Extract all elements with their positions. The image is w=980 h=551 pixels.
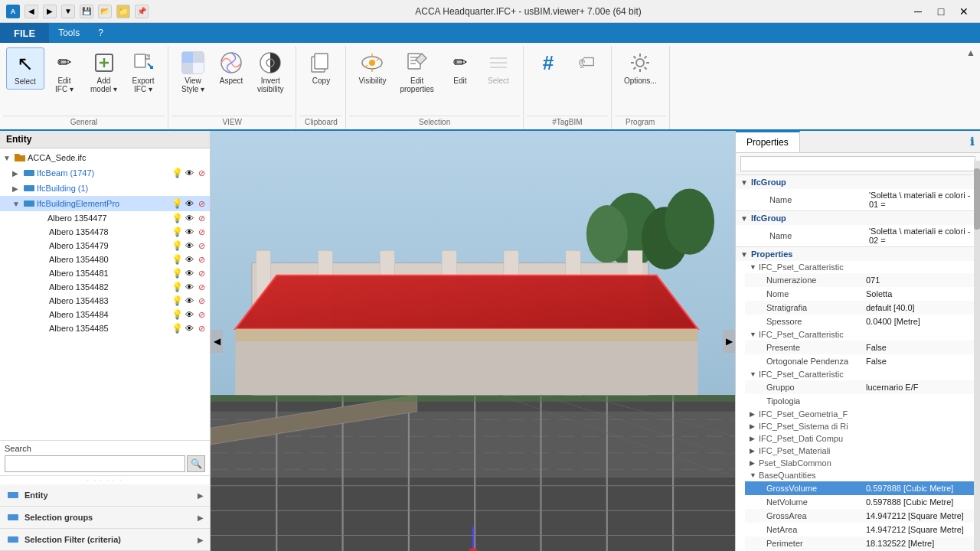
section-selection-groups[interactable]: Selection groups ▶: [0, 507, 210, 529]
tree-albero-1354485[interactable]: Albero 1354485 💡👁⊘: [0, 321, 210, 335]
nav-forward-btn[interactable]: ▶: [43, 5, 57, 18]
ribbon-tag-btn[interactable]: #: [530, 47, 567, 80]
ribbon-edit-ifc-btn[interactable]: ✏ EditIFC ▾: [46, 47, 83, 96]
tree-albero-1354480[interactable]: Albero 1354480 💡👁⊘: [0, 253, 210, 266]
albero-1-no[interactable]: ⊘: [196, 213, 207, 223]
albero-1-bulb[interactable]: 💡: [172, 213, 182, 223]
albero-8-eye[interactable]: 👁: [184, 309, 194, 320]
entity-tree[interactable]: ▼ ACCA_Sede.ifc ▶ IfcBeam (1747) 💡 👁 ⊘ ▶: [0, 148, 210, 440]
ifc-beam-toggle[interactable]: ▶: [12, 169, 23, 178]
tree-albero-1354482[interactable]: Albero 1354482 💡👁⊘: [0, 280, 210, 294]
albero-6-no[interactable]: ⊘: [196, 282, 207, 292]
albero-1-eye[interactable]: 👁: [184, 213, 194, 223]
menu-file[interactable]: FILE: [0, 23, 49, 43]
pset-car-2-header[interactable]: ▼ IFC_Pset_Caratteristic: [745, 328, 980, 341]
section-entity[interactable]: Entity ▶: [0, 484, 210, 507]
ifc-element-toggle[interactable]: ▼: [12, 200, 23, 208]
open-btn[interactable]: 📂: [98, 5, 112, 18]
ifc-element-eye-icon[interactable]: 👁: [184, 198, 194, 209]
menu-tools[interactable]: Tools: [49, 23, 89, 43]
ribbon-edit-properties-btn[interactable]: Editproperties: [394, 47, 439, 96]
nav-back-btn[interactable]: ◀: [24, 5, 38, 18]
root-toggle[interactable]: ▼: [3, 154, 14, 162]
ribbon-edit-btn[interactable]: ✏ Edit: [442, 47, 479, 88]
albero-9-bulb[interactable]: 💡: [172, 323, 182, 334]
albero-8-bulb[interactable]: 💡: [172, 309, 182, 320]
pset-geom-header[interactable]: ▶ IFC_Pset_Geometria_F: [745, 408, 980, 420]
albero-4-eye[interactable]: 👁: [184, 254, 194, 265]
albero-2-bulb[interactable]: 💡: [172, 227, 182, 237]
albero-9-eye[interactable]: 👁: [184, 323, 194, 334]
albero-5-bulb[interactable]: 💡: [172, 268, 182, 279]
ribbon-copy-btn[interactable]: Copy: [302, 47, 339, 88]
restore-btn[interactable]: □: [931, 3, 951, 20]
ifc-element-bulb-icon[interactable]: 💡: [172, 198, 182, 209]
albero-3-bulb[interactable]: 💡: [172, 240, 182, 251]
albero-4-bulb[interactable]: 💡: [172, 254, 182, 265]
ifc-element-no-icon[interactable]: ⊘: [196, 198, 207, 209]
tree-ifc-building-element[interactable]: ▼ IfcBuildingElementPro 💡 👁 ⊘: [0, 196, 210, 211]
ribbon-collapse-btn[interactable]: ▲: [966, 47, 975, 58]
pset-car-1-header[interactable]: ▼ IFC_Pset_Caratteristic: [745, 261, 980, 273]
albero-2-no[interactable]: ⊘: [196, 227, 207, 237]
menu-help[interactable]: ?: [89, 23, 113, 43]
search-resize[interactable]: · · · · · ·: [0, 476, 210, 484]
base-quantities-header[interactable]: ▼ BaseQuantities: [745, 469, 980, 481]
albero-6-bulb[interactable]: 💡: [172, 282, 182, 292]
properties-tab[interactable]: Properties: [736, 131, 800, 152]
tree-ifc-beam[interactable]: ▶ IfcBeam (1747) 💡 👁 ⊘: [0, 165, 210, 181]
search-input[interactable]: [5, 455, 185, 472]
albero-7-no[interactable]: ⊘: [196, 295, 207, 306]
tree-albero-1354484[interactable]: Albero 1354484 💡👁⊘: [0, 308, 210, 321]
ifc-building-toggle[interactable]: ▶: [12, 184, 23, 193]
prop-group-2-header[interactable]: ▼ IfcGroup: [736, 211, 980, 225]
section-selection-filter[interactable]: Selection Filter (criteria) ▶: [0, 529, 210, 551]
pin-btn[interactable]: 📌: [135, 5, 149, 18]
properties-search-input[interactable]: [740, 156, 975, 171]
ifc-beam-no-icon[interactable]: ⊘: [196, 168, 207, 178]
tree-albero-1354483[interactable]: Albero 1354483 💡👁⊘: [0, 294, 210, 308]
right-panel-scrollbar[interactable]: [974, 161, 980, 551]
ribbon-invert-visibility-btn[interactable]: Invertvisibility: [251, 47, 289, 96]
viewport-nav-left[interactable]: ◀: [211, 330, 223, 353]
albero-7-bulb[interactable]: 💡: [172, 295, 182, 306]
ribbon-view-style-btn[interactable]: ViewStyle ▾: [175, 47, 211, 96]
minimize-btn[interactable]: ─: [908, 3, 928, 20]
open2-btn[interactable]: 📁: [116, 5, 130, 18]
pset-sistema-header[interactable]: ▶ IFC_Pset_Sistema di Ri: [745, 420, 980, 432]
info-btn[interactable]: ℹ: [964, 132, 980, 151]
pset-slab-header[interactable]: ▶ Pset_SlabCommon: [745, 457, 980, 469]
tree-root[interactable]: ▼ ACCA_Sede.ifc: [0, 150, 210, 165]
ribbon-aspect-btn[interactable]: Aspect: [213, 47, 250, 88]
prop-group-1-header[interactable]: ▼ IfcGroup: [736, 175, 980, 189]
ribbon-tag2-btn[interactable]: 🏷: [568, 47, 605, 80]
ribbon-export-ifc-btn[interactable]: ExportIFC ▾: [125, 47, 162, 96]
ifc-beam-eye-icon[interactable]: 👁: [184, 168, 194, 178]
ribbon-select-btn[interactable]: ↖ Select: [6, 47, 44, 90]
ribbon-select2-btn[interactable]: Select: [480, 47, 517, 88]
tree-ifc-building[interactable]: ▶ IfcBuilding (1): [0, 181, 210, 196]
properties-scroll[interactable]: ▼ IfcGroup Name 'Soletta \ materiali e c…: [736, 153, 980, 551]
tree-albero-1354479[interactable]: Albero 1354479 💡👁⊘: [0, 239, 210, 253]
scrollbar-thumb[interactable]: [974, 168, 980, 230]
albero-2-eye[interactable]: 👁: [184, 227, 194, 237]
ribbon-visibility-btn[interactable]: Visibility: [352, 47, 392, 88]
search-btn[interactable]: 🔍: [187, 455, 205, 472]
albero-7-eye[interactable]: 👁: [184, 295, 194, 306]
pset-dati-header[interactable]: ▶ IFC_Pset_Dati Compu: [745, 432, 980, 445]
tree-albero-1354478[interactable]: Albero 1354478 💡👁⊘: [0, 225, 210, 239]
albero-5-eye[interactable]: 👁: [184, 268, 194, 279]
ifc-beam-bulb-icon[interactable]: 💡: [172, 168, 182, 178]
albero-5-no[interactable]: ⊘: [196, 268, 207, 279]
pset-materiali-header[interactable]: ▶ IFC_Pset_Materiali: [745, 445, 980, 457]
albero-3-no[interactable]: ⊘: [196, 240, 207, 251]
prop-gross-volume[interactable]: GrossVolume 0.597888 [Cubic Metre]: [745, 481, 980, 495]
prop-group-properties-header[interactable]: ▼ Properties: [736, 247, 980, 261]
albero-6-eye[interactable]: 👁: [184, 282, 194, 292]
albero-4-no[interactable]: ⊘: [196, 254, 207, 265]
viewport[interactable]: ◀ ▶: [211, 131, 735, 551]
tree-albero-1354477[interactable]: Albero 1354477 💡 👁 ⊘: [0, 211, 210, 225]
ribbon-add-model-btn[interactable]: Addmodel ▾: [84, 47, 123, 96]
close-btn[interactable]: ✕: [954, 3, 974, 20]
ribbon-options-btn[interactable]: Options...: [618, 47, 663, 88]
